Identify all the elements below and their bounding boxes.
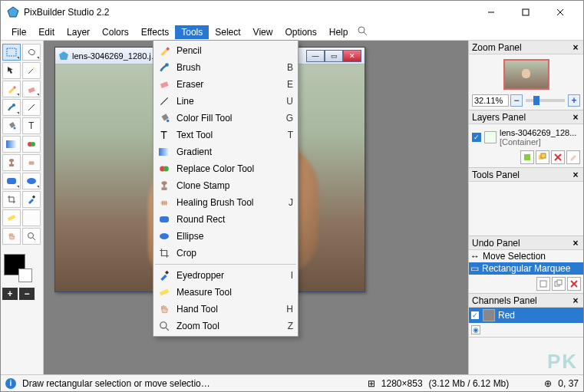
background-swatch[interactable] xyxy=(18,268,32,282)
tools-panel-title: Tools Panel xyxy=(472,170,571,180)
undo-item-1[interactable]: ▭Rectangular Marquee xyxy=(469,262,583,275)
menu-options[interactable]: Options xyxy=(279,25,322,39)
layer-row[interactable]: ✓ lens-3046269_128... [Container] xyxy=(472,127,580,147)
tool-stamp[interactable] xyxy=(2,154,21,171)
zoom-panel-close[interactable]: × xyxy=(571,42,580,53)
maximize-button[interactable] xyxy=(508,2,543,23)
menu-item-crop[interactable]: Crop xyxy=(153,245,298,262)
menu-select[interactable]: Select xyxy=(209,25,246,39)
foreground-swatch[interactable] xyxy=(4,254,25,275)
zoom-thumbnail[interactable] xyxy=(503,59,549,90)
swatch-minus[interactable]: − xyxy=(19,288,35,300)
menu-item-measure[interactable]: Measure Tool xyxy=(153,284,298,301)
layers-panel: Layers Panel× ✓ lens-3046269_128... [Con… xyxy=(469,110,583,168)
tool-line[interactable] xyxy=(22,99,41,116)
tool-ellipse[interactable] xyxy=(22,173,41,189)
menu-effects[interactable]: Effects xyxy=(135,25,175,39)
menu-item-clone-stamp[interactable]: Clone Stamp xyxy=(153,177,298,194)
tool-eyedropper[interactable] xyxy=(22,191,41,208)
tool-text[interactable]: T xyxy=(22,117,41,134)
tool-hand[interactable] xyxy=(2,228,21,245)
tool-roundrect[interactable] xyxy=(2,173,21,189)
menu-item-zoom[interactable]: Zoom ToolZ xyxy=(153,318,298,334)
tool-move[interactable] xyxy=(2,62,21,79)
menu-file[interactable]: File xyxy=(5,25,32,39)
tools-panel: Tools Panel× xyxy=(469,168,583,236)
channel-toggle[interactable]: ◉ xyxy=(471,325,480,334)
minimize-button[interactable] xyxy=(473,2,508,23)
undo-duplicate-button[interactable] xyxy=(552,277,566,291)
svg-rect-57 xyxy=(541,153,546,158)
undo-item-0[interactable]: ↔Move Selection xyxy=(469,250,583,262)
tool-bucket[interactable] xyxy=(2,117,21,134)
undo-panel-close[interactable]: × xyxy=(571,238,580,249)
menu-item-round-rect[interactable]: Round Rect xyxy=(153,211,298,228)
toolbox: T + − xyxy=(1,41,44,374)
zoom-value[interactable]: 32.11% xyxy=(472,94,509,107)
menu-item-healing-brush[interactable]: Healing Brush ToolJ xyxy=(153,194,298,211)
menu-edit[interactable]: Edit xyxy=(32,25,61,39)
svg-point-19 xyxy=(31,142,35,147)
tool-eraser[interactable] xyxy=(22,81,41,97)
menubar: File Edit Layer Colors Effects Tools Sel… xyxy=(1,24,583,41)
channels-panel-close[interactable]: × xyxy=(571,295,580,306)
svg-line-54 xyxy=(166,328,169,331)
menu-separator xyxy=(155,264,296,265)
menu-tools[interactable]: Tools xyxy=(175,25,209,39)
color-swatches[interactable] xyxy=(2,252,41,277)
replace-color-icon xyxy=(158,163,170,175)
tool-pencil[interactable] xyxy=(2,81,21,97)
menu-item-brush[interactable]: BrushB xyxy=(153,59,298,76)
tool-lasso[interactable] xyxy=(22,44,41,61)
swatch-plus[interactable]: + xyxy=(2,288,18,300)
doc-minimize-button[interactable]: — xyxy=(306,50,325,62)
doc-maximize-button[interactable]: ▭ xyxy=(325,50,343,62)
menu-item-hand[interactable]: Hand ToolH xyxy=(153,301,298,318)
tool-brush[interactable] xyxy=(2,99,21,116)
layer-delete-button[interactable] xyxy=(551,150,565,164)
tools-dropdown: Pencil BrushB EraserE LineU Color Fill T… xyxy=(153,40,299,337)
tool-replace-color[interactable] xyxy=(22,136,41,153)
tool-zoom[interactable] xyxy=(22,228,41,245)
zoom-in-button[interactable]: + xyxy=(568,94,580,107)
menu-item-eyedropper[interactable]: EyedropperI xyxy=(153,267,298,284)
menu-item-line[interactable]: LineU xyxy=(153,93,298,110)
tool-marquee[interactable] xyxy=(2,44,21,61)
menu-item-ellipse[interactable]: Ellipse xyxy=(153,228,298,245)
search-icon[interactable] xyxy=(357,25,368,38)
svg-rect-30 xyxy=(8,215,16,221)
undo-save-button[interactable] xyxy=(536,277,550,291)
svg-point-11 xyxy=(35,69,36,70)
doc-close-button[interactable]: ✕ xyxy=(343,50,361,62)
menu-item-text[interactable]: TText ToolT xyxy=(153,127,298,143)
close-button[interactable] xyxy=(543,2,577,23)
svg-point-34 xyxy=(165,63,169,67)
layer-new-button[interactable] xyxy=(520,150,534,164)
tool-wand[interactable] xyxy=(22,62,41,79)
zoom-slider[interactable] xyxy=(526,99,565,102)
layer-duplicate-button[interactable] xyxy=(536,150,549,164)
menu-item-color-fill[interactable]: Color Fill ToolG xyxy=(153,110,298,127)
menu-item-replace-color[interactable]: Replace Color Tool xyxy=(153,160,298,177)
layer-visible-checkbox[interactable]: ✓ xyxy=(472,133,481,142)
undo-clear-button[interactable] xyxy=(567,277,581,291)
layers-panel-close[interactable]: × xyxy=(571,112,580,123)
menu-view[interactable]: View xyxy=(247,25,279,39)
menu-item-gradient[interactable]: Gradient xyxy=(153,143,298,160)
layer-properties-button[interactable] xyxy=(566,150,580,164)
tools-panel-close[interactable]: × xyxy=(571,170,580,180)
channel-row[interactable]: ✓ Red xyxy=(469,308,583,323)
menu-colors[interactable]: Colors xyxy=(96,25,135,39)
tool-measure[interactable] xyxy=(2,209,21,226)
tool-gradient[interactable] xyxy=(2,136,21,153)
menu-help[interactable]: Help xyxy=(323,25,355,39)
menu-item-eraser[interactable]: EraserE xyxy=(153,76,298,93)
tool-crop[interactable] xyxy=(2,191,21,208)
svg-line-36 xyxy=(160,97,167,104)
brush-icon xyxy=(158,61,170,74)
zoom-out-button[interactable]: − xyxy=(510,94,523,107)
menu-layer[interactable]: Layer xyxy=(61,25,96,39)
channel-visible-checkbox[interactable]: ✓ xyxy=(470,311,480,320)
menu-item-pencil[interactable]: Pencil xyxy=(153,42,298,59)
tool-heal[interactable] xyxy=(22,154,41,171)
